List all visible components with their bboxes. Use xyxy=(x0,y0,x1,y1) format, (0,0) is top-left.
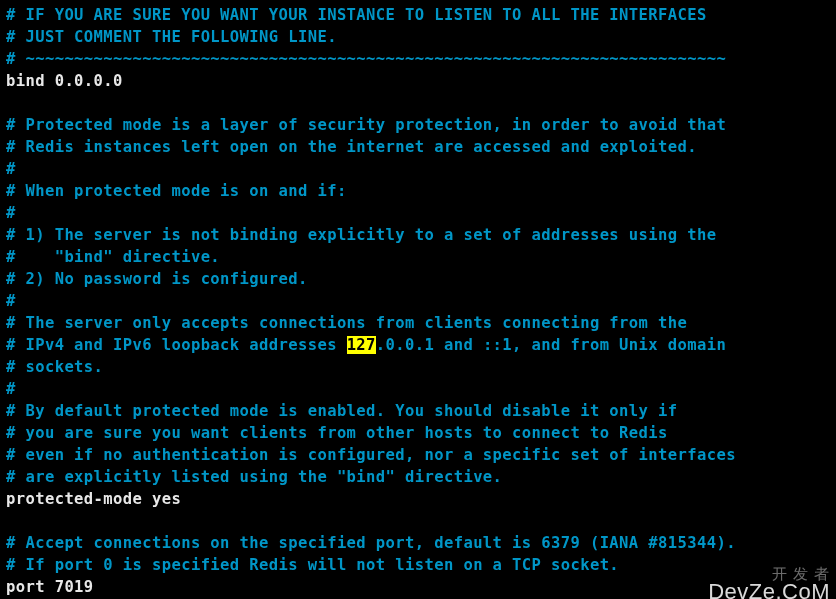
comment-line: # sockets. xyxy=(6,356,830,378)
comment-line: # even if no authentication is configure… xyxy=(6,444,830,466)
comment-line: # Protected mode is a layer of security … xyxy=(6,114,830,136)
blank-line xyxy=(6,92,830,114)
comment-line: # "bind" directive. xyxy=(6,246,830,268)
search-highlight: 127 xyxy=(347,336,376,354)
comment-line: # 2) No password is configured. xyxy=(6,268,830,290)
comment-line: # Redis instances left open on the inter… xyxy=(6,136,830,158)
comment-line: # By default protected mode is enabled. … xyxy=(6,400,830,422)
comment-line: # 1) The server is not binding explicitl… xyxy=(6,224,830,246)
comment-line: # IF YOU ARE SURE YOU WANT YOUR INSTANCE… xyxy=(6,4,830,26)
comment-line: # xyxy=(6,290,830,312)
comment-line: # you are sure you want clients from oth… xyxy=(6,422,830,444)
comment-line: # IPv4 and IPv6 loopback addresses 127.0… xyxy=(6,334,830,356)
config-line: protected-mode yes xyxy=(6,488,830,510)
comment-line: # Accept connections on the specified po… xyxy=(6,532,830,554)
comment-text: # IPv4 and IPv6 loopback addresses xyxy=(6,336,347,354)
comment-text: .0.0.1 and ::1, and from Unix domain xyxy=(376,336,726,354)
comment-line: # xyxy=(6,202,830,224)
comment-line: # xyxy=(6,158,830,180)
config-line: port 7019 xyxy=(6,576,830,598)
comment-line: # JUST COMMENT THE FOLLOWING LINE. xyxy=(6,26,830,48)
comment-line: # The server only accepts connections fr… xyxy=(6,312,830,334)
comment-line: # xyxy=(6,378,830,400)
comment-line: # When protected mode is on and if: xyxy=(6,180,830,202)
comment-line: # ~~~~~~~~~~~~~~~~~~~~~~~~~~~~~~~~~~~~~~… xyxy=(6,48,830,70)
config-line: bind 0.0.0.0 xyxy=(6,70,830,92)
terminal-editor[interactable]: # IF YOU ARE SURE YOU WANT YOUR INSTANCE… xyxy=(0,0,836,599)
comment-line: # If port 0 is specified Redis will not … xyxy=(6,554,830,576)
blank-line xyxy=(6,510,830,532)
comment-line: # are explicitly listed using the "bind"… xyxy=(6,466,830,488)
